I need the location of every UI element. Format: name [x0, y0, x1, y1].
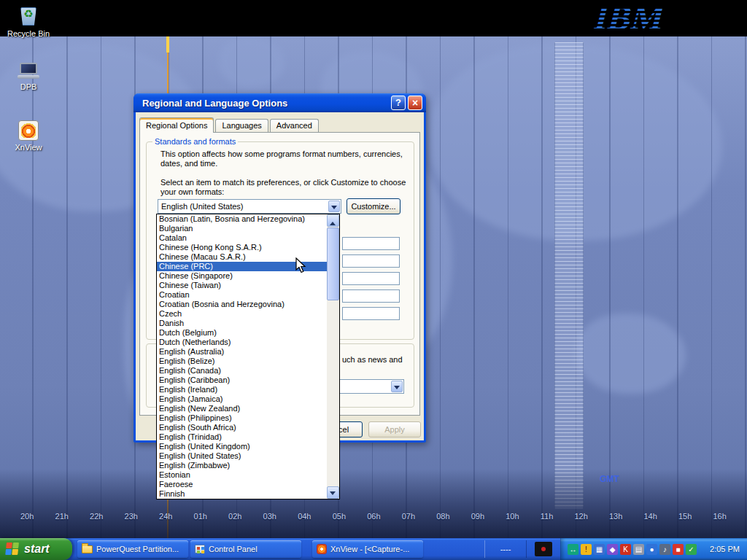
list-item[interactable]: English (South Africa) [157, 423, 327, 432]
list-item[interactable]: English (United States) [157, 451, 327, 461]
task-label: PowerQuest Partition... [96, 545, 179, 553]
taskbar-clock[interactable]: 2:05 PM [710, 545, 740, 553]
laptop-screen [20, 63, 37, 74]
alert-status-icon[interactable]: ■ [673, 544, 684, 555]
recycle-symbol-icon: ♻ [18, 8, 39, 19]
security-alert-icon[interactable]: ! [581, 544, 592, 555]
list-item[interactable]: Czech [157, 309, 327, 319]
sample-field [342, 254, 400, 268]
location-text-fragment: uch as news and [342, 355, 403, 365]
taskbar-task-control-panel[interactable]: Control Panel [190, 540, 301, 558]
list-item[interactable]: Finnish [157, 489, 327, 499]
list-item[interactable]: Croatian (Bosnia and Herzegovina) [157, 300, 327, 309]
list-item[interactable]: English (New Zealand) [157, 404, 327, 413]
timezone-label: 16h [713, 512, 727, 521]
combobox-dropdown-arrow-icon[interactable] [391, 381, 403, 392]
graphics-utility-icon[interactable]: ◆ [607, 544, 618, 555]
scrollbar-thumb[interactable] [327, 228, 339, 300]
timezone-label: 03h [263, 512, 276, 521]
taskbar-task-powerquest[interactable]: PowerQuest Partition... [77, 540, 188, 558]
timezone-label: 06h [367, 512, 380, 521]
taskbar-task-xnview[interactable]: XnView - [<Capture-... [312, 540, 423, 558]
start-button-label: start [24, 542, 50, 556]
timezone-label-row: 20h 21h 22h 23h 24h 01h 02h 03h 04h 05h … [0, 512, 747, 521]
tab-languages[interactable]: Languages [215, 119, 268, 132]
list-item[interactable]: Dutch (Netherlands) [157, 338, 327, 347]
messenger-icon[interactable]: ✓ [686, 544, 697, 555]
scroll-up-button[interactable] [327, 214, 339, 227]
dialog-body: Regional Options Languages Advanced Stan… [136, 112, 424, 440]
list-item[interactable]: Estonian [157, 470, 327, 480]
sample-field [342, 272, 400, 285]
system-tray: ↔ ! ▦ ◆ K ▤ ● ♪ ■ ✓ 2:05 PM [560, 538, 747, 560]
folder-icon [82, 545, 93, 553]
list-item[interactable]: English (Caribbean) [157, 376, 327, 385]
display-settings-icon[interactable]: ▦ [594, 544, 605, 555]
customize-button[interactable]: Customize... [347, 198, 400, 214]
start-button[interactable]: start [0, 538, 72, 560]
list-item[interactable]: English (Belize) [157, 357, 327, 366]
scheduler-icon[interactable]: ▤ [633, 544, 644, 555]
list-item[interactable]: English (Australia) [157, 347, 327, 357]
timezone-label: 20h [20, 512, 34, 521]
list-item[interactable]: Faeroese [157, 480, 327, 489]
timezone-label: 05h [333, 512, 346, 521]
list-item[interactable]: English (Canada) [157, 366, 327, 376]
dialog-titlebar[interactable]: Regional and Language Options ? × [133, 93, 426, 112]
list-item[interactable]: Dutch (Belgium) [157, 328, 327, 338]
list-item[interactable]: English (United Kingdom) [157, 442, 327, 451]
network-status-icon[interactable]: ● [646, 544, 657, 555]
list-item[interactable]: Catalan [157, 233, 327, 243]
list-item[interactable]: English (Trinidad) [157, 432, 327, 442]
desktop-icon-xnview[interactable]: XnView [6, 120, 51, 152]
list-item[interactable]: English (Ireland) [157, 385, 327, 394]
language-dropdown-list: Bosnian (Latin, Bosnia and Herzegovina) … [156, 214, 340, 499]
desktop-icon-dpb[interactable]: DPB [6, 61, 51, 91]
list-item[interactable]: Croatian [157, 290, 327, 300]
tab-regional-options[interactable]: Regional Options [139, 117, 214, 133]
format-combobox-value: English (United States) [161, 202, 244, 211]
timezone-label: 22h [90, 512, 103, 521]
taskbar-toolbar-icon[interactable] [535, 542, 552, 556]
regional-language-options-dialog: Regional and Language Options ? × Region… [133, 93, 426, 443]
taskbar: start PowerQuest Partition... Control Pa… [0, 538, 747, 560]
dialog-title: Regional and Language Options [142, 98, 389, 109]
xnview-task-icon [317, 544, 327, 554]
mouse-cursor [295, 257, 309, 275]
scroll-down-button[interactable] [327, 486, 339, 499]
format-combobox[interactable]: English (United States) [158, 199, 341, 214]
timezone-label: 13h [609, 512, 622, 521]
laptop-base [18, 75, 39, 79]
timezone-label: 14h [643, 512, 657, 521]
removable-hardware-icon[interactable]: ↔ [568, 544, 578, 555]
apply-button[interactable]: Apply [368, 421, 421, 438]
list-item[interactable]: English (Zimbabwe) [157, 461, 327, 470]
list-item[interactable]: Bosnian (Latin, Bosnia and Herzegovina) [157, 214, 327, 224]
timezone-label: 02h [228, 512, 241, 521]
antivirus-icon[interactable]: K [620, 544, 631, 555]
volume-icon[interactable]: ♪ [659, 544, 670, 555]
standards-description: This option affects how some programs fo… [160, 149, 403, 168]
timezone-label: 04h [298, 512, 311, 521]
dropdown-scrollbar[interactable] [327, 214, 339, 499]
desktop-icon-recycle-bin[interactable]: ♻ Recycle Bin [6, 4, 51, 38]
taskbar-toolbar[interactable]: ---- [484, 540, 527, 558]
combobox-dropdown-arrow-icon[interactable] [328, 201, 340, 212]
tab-advanced[interactable]: Advanced [270, 119, 319, 132]
list-item[interactable]: English (Jamaica) [157, 394, 327, 404]
list-item[interactable]: Chinese (Hong Kong S.A.R.) [157, 243, 327, 252]
meridian-marker [166, 36, 169, 52]
help-button[interactable]: ? [391, 96, 406, 110]
gmt-label: GMT [600, 474, 619, 484]
list-item[interactable]: English (Philippines) [157, 413, 327, 423]
timezone-label: 21h [55, 512, 69, 521]
timezone-label: 24h [159, 512, 172, 521]
list-item[interactable]: Chinese (Taiwan) [157, 281, 327, 290]
close-button[interactable]: × [408, 96, 422, 110]
ibm-logo: IBM [591, 0, 687, 36]
desktop-icon-label: XnView [6, 143, 51, 152]
timezone-label: 09h [471, 512, 484, 521]
list-item[interactable]: Bulgarian [157, 224, 327, 233]
list-item[interactable]: Danish [157, 319, 327, 328]
timezone-label: 07h [402, 512, 415, 521]
